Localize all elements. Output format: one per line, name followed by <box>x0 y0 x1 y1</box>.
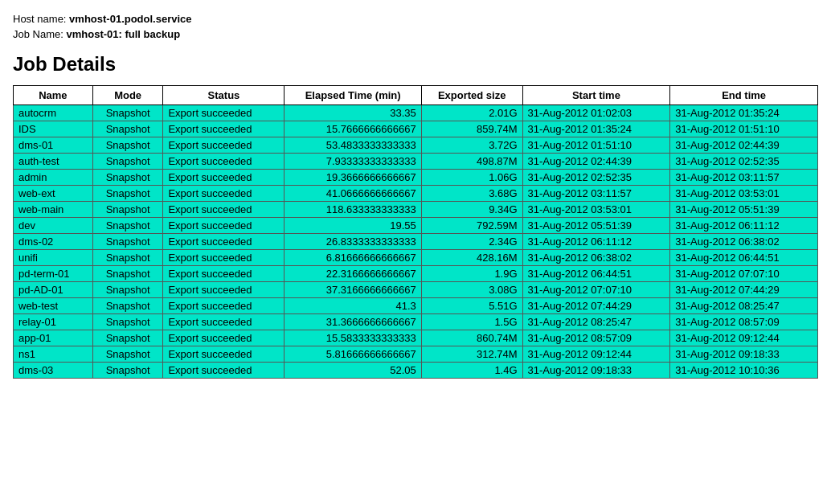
cell-elapsed: 41.0666666666667 <box>285 186 421 202</box>
cell-starttime: 31-Aug-2012 01:35:24 <box>522 121 670 137</box>
cell-endtime: 31-Aug-2012 09:12:44 <box>670 330 818 346</box>
cell-name: dms-02 <box>14 234 93 250</box>
table-row: web-extSnapshotExport succeeded41.066666… <box>14 186 818 202</box>
table-row: web-testSnapshotExport succeeded41.35.51… <box>14 298 818 314</box>
cell-mode: Snapshot <box>92 105 163 121</box>
cell-status: Export succeeded <box>163 154 285 170</box>
cell-elapsed: 6.81666666666667 <box>285 250 421 266</box>
cell-exported: 3.08G <box>421 282 522 298</box>
host-name-line: Host name: vmhost-01.podol.service <box>13 13 818 25</box>
cell-name: autocrm <box>14 105 93 121</box>
col-header-name: Name <box>14 86 93 105</box>
cell-exported: 312.74M <box>421 346 522 363</box>
cell-elapsed: 22.3166666666667 <box>285 266 421 282</box>
cell-exported: 2.01G <box>421 105 522 121</box>
cell-endtime: 31-Aug-2012 05:51:39 <box>670 202 818 218</box>
cell-status: Export succeeded <box>163 105 285 121</box>
cell-elapsed: 19.55 <box>285 218 421 234</box>
cell-elapsed: 53.4833333333333 <box>285 137 421 154</box>
table-row: dms-02SnapshotExport succeeded26.8333333… <box>14 234 818 250</box>
cell-endtime: 31-Aug-2012 08:25:47 <box>670 298 818 314</box>
cell-name: web-ext <box>14 186 93 202</box>
cell-status: Export succeeded <box>163 298 285 314</box>
col-header-endtime: End time <box>670 86 818 105</box>
cell-mode: Snapshot <box>92 330 163 346</box>
cell-elapsed: 15.5833333333333 <box>285 330 421 346</box>
cell-endtime: 31-Aug-2012 03:11:57 <box>670 170 818 186</box>
job-value: vmhost-01: full backup <box>67 28 181 40</box>
cell-name: relay-01 <box>14 314 93 330</box>
table-row: autocrmSnapshotExport succeeded33.352.01… <box>14 105 818 121</box>
cell-mode: Snapshot <box>92 121 163 137</box>
cell-exported: 2.34G <box>421 234 522 250</box>
cell-mode: Snapshot <box>92 282 163 298</box>
cell-elapsed: 33.35 <box>285 105 421 121</box>
cell-name: unifi <box>14 250 93 266</box>
cell-exported: 498.87M <box>421 154 522 170</box>
cell-mode: Snapshot <box>92 346 163 363</box>
cell-endtime: 31-Aug-2012 08:57:09 <box>670 314 818 330</box>
cell-name: admin <box>14 170 93 186</box>
cell-exported: 792.59M <box>421 218 522 234</box>
table-row: adminSnapshotExport succeeded19.36666666… <box>14 170 818 186</box>
table-row: unifiSnapshotExport succeeded6.816666666… <box>14 250 818 266</box>
cell-endtime: 31-Aug-2012 07:44:29 <box>670 282 818 298</box>
cell-endtime: 31-Aug-2012 01:51:10 <box>670 121 818 137</box>
cell-mode: Snapshot <box>92 234 163 250</box>
cell-endtime: 31-Aug-2012 07:07:10 <box>670 266 818 282</box>
table-header-row: Name Mode Status Elapsed Time (min) Expo… <box>14 86 818 105</box>
table-row: ns1SnapshotExport succeeded5.81666666666… <box>14 346 818 363</box>
cell-name: dms-01 <box>14 137 93 154</box>
cell-elapsed: 5.81666666666667 <box>285 346 421 363</box>
cell-endtime: 31-Aug-2012 06:11:12 <box>670 218 818 234</box>
cell-starttime: 31-Aug-2012 07:07:10 <box>522 282 670 298</box>
cell-exported: 860.74M <box>421 330 522 346</box>
cell-exported: 1.06G <box>421 170 522 186</box>
cell-status: Export succeeded <box>163 186 285 202</box>
cell-mode: Snapshot <box>92 170 163 186</box>
table-row: pd-AD-01SnapshotExport succeeded37.31666… <box>14 282 818 298</box>
cell-status: Export succeeded <box>163 330 285 346</box>
cell-status: Export succeeded <box>163 314 285 330</box>
col-header-starttime: Start time <box>522 86 670 105</box>
cell-status: Export succeeded <box>163 202 285 218</box>
cell-exported: 859.74M <box>421 121 522 137</box>
cell-name: pd-AD-01 <box>14 282 93 298</box>
cell-status: Export succeeded <box>163 250 285 266</box>
cell-exported: 5.51G <box>421 298 522 314</box>
cell-status: Export succeeded <box>163 137 285 154</box>
cell-name: web-main <box>14 202 93 218</box>
cell-starttime: 31-Aug-2012 05:51:39 <box>522 218 670 234</box>
cell-name: dms-03 <box>14 363 93 379</box>
cell-status: Export succeeded <box>163 282 285 298</box>
table-row: dms-01SnapshotExport succeeded53.4833333… <box>14 137 818 154</box>
cell-starttime: 31-Aug-2012 09:12:44 <box>522 346 670 363</box>
table-row: devSnapshotExport succeeded19.55792.59M3… <box>14 218 818 234</box>
cell-starttime: 31-Aug-2012 01:51:10 <box>522 137 670 154</box>
cell-mode: Snapshot <box>92 186 163 202</box>
cell-starttime: 31-Aug-2012 02:44:39 <box>522 154 670 170</box>
cell-exported: 1.4G <box>421 363 522 379</box>
host-value: vmhost-01.podol.service <box>69 13 191 25</box>
table-row: relay-01SnapshotExport succeeded31.36666… <box>14 314 818 330</box>
cell-endtime: 31-Aug-2012 10:10:36 <box>670 363 818 379</box>
cell-elapsed: 52.05 <box>285 363 421 379</box>
col-header-status: Status <box>163 86 285 105</box>
cell-mode: Snapshot <box>92 202 163 218</box>
cell-mode: Snapshot <box>92 266 163 282</box>
cell-status: Export succeeded <box>163 234 285 250</box>
cell-starttime: 31-Aug-2012 09:18:33 <box>522 363 670 379</box>
host-info-section: Host name: vmhost-01.podol.service Job N… <box>13 13 818 40</box>
job-name-line: Job Name: vmhost-01: full backup <box>13 28 818 40</box>
cell-elapsed: 41.3 <box>285 298 421 314</box>
cell-name: auth-test <box>14 154 93 170</box>
cell-exported: 9.34G <box>421 202 522 218</box>
cell-starttime: 31-Aug-2012 06:11:12 <box>522 234 670 250</box>
cell-elapsed: 26.8333333333333 <box>285 234 421 250</box>
cell-starttime: 31-Aug-2012 06:38:02 <box>522 250 670 266</box>
cell-mode: Snapshot <box>92 250 163 266</box>
col-header-elapsed: Elapsed Time (min) <box>285 86 421 105</box>
cell-name: ns1 <box>14 346 93 363</box>
cell-status: Export succeeded <box>163 170 285 186</box>
cell-name: dev <box>14 218 93 234</box>
